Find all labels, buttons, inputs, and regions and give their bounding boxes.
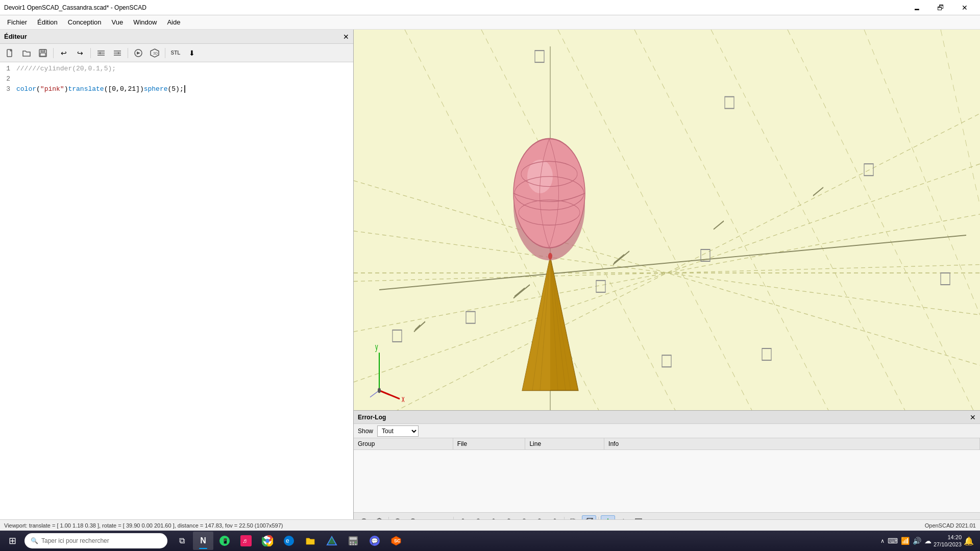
col-line: Line [525,438,604,450]
error-log-close-btn[interactable]: ✕ [970,413,976,421]
notion-app[interactable]: N [193,532,213,550]
export-stl-button[interactable]: STL [168,46,183,60]
search-icon: 🔍 [31,537,38,544]
svg-marker-53 [522,256,578,390]
svg-line-32 [415,325,420,330]
tray-keyboard[interactable]: ⌨ [888,537,898,545]
clock-time: 14:20 [934,534,962,541]
svg-line-58 [550,256,566,390]
new-file-button[interactable] [3,46,17,60]
show-label: Show [358,428,373,435]
clock-date: 27/10/2023 [934,541,962,548]
edge-app[interactable]: e [279,532,299,550]
svg-rect-46 [662,355,671,367]
svg-line-18 [354,181,980,365]
menu-fichier[interactable]: Fichier [2,16,32,28]
svg-line-29 [788,30,980,424]
svg-line-40 [379,235,966,290]
save-file-button[interactable] [36,46,50,60]
undo-button[interactable]: ↩ [57,46,71,60]
system-tray: ∧ ⌨ 📶 🔊 ☁ [880,537,932,545]
toolbar-sep-2 [90,48,91,58]
taskbar: ⊞ 🔍 Taper ici pour rechercher ⧉ N 📱 ♬ e [0,531,980,551]
svg-rect-51 [941,273,950,285]
openscad-app[interactable]: SC [386,532,406,550]
svg-line-30 [864,30,980,315]
toolbar-sep-4 [165,48,165,58]
svg-text:♬: ♬ [242,537,247,544]
whatsapp-app[interactable]: 📱 [214,532,235,550]
svg-line-23 [354,113,980,432]
minimize-button[interactable]: 🗕 [905,0,928,15]
code-line-2: 2 [0,74,353,85]
tray-network[interactable]: 📶 [901,537,910,545]
svg-rect-49 [725,97,734,109]
svg-rect-2 [41,49,45,52]
menu-vue[interactable]: Vue [107,16,129,28]
indent-more-button[interactable] [110,46,125,60]
menu-conception[interactable]: Conception [63,16,107,28]
editor-close-btn[interactable]: ✕ [343,33,349,41]
start-button[interactable]: ⊞ [2,532,22,550]
svg-line-33 [414,321,425,332]
statusbar-right-text: OpenSCAD 2021.01 [925,522,976,529]
svg-rect-125 [350,537,357,540]
drive-app[interactable] [322,532,342,550]
svg-line-19 [354,231,980,315]
svg-line-57 [550,256,558,390]
svg-point-67 [548,253,552,260]
chrome-app[interactable] [257,532,278,550]
toolbar-sep-3 [128,48,128,58]
svg-point-130 [353,544,354,545]
svg-line-20 [354,265,980,282]
export-button[interactable]: ⬇ [185,46,199,60]
svg-point-128 [355,542,357,543]
svg-text:SC: SC [394,538,401,543]
tray-volume[interactable]: 🔊 [913,537,921,545]
statusbar: Viewport: translate = [ 1.00 1.18 0.38 ]… [0,519,980,531]
search-placeholder: Taper ici pour rechercher [41,537,109,544]
render-preview-button[interactable] [131,46,145,60]
error-log-title: Error-Log [358,414,386,421]
code-editor[interactable]: 1 //////cylinder(20,0.1,5); 2 3 color("p… [0,62,353,531]
svg-marker-7 [99,52,101,54]
titlebar: Devoir1 OpenSCAD_Cassandra.scad* - OpenS… [0,0,980,15]
svg-rect-44 [596,281,605,292]
line-code-1: //////cylinder(20,0.1,5); [14,65,353,72]
clock[interactable]: 14:20 27/10/2023 [934,534,962,548]
menu-edition[interactable]: Édition [32,16,63,28]
svg-line-21 [354,214,980,332]
filter-dropdown[interactable]: Tout Errors Warnings [377,425,419,437]
svg-line-36 [614,255,624,263]
editor-panel: Éditeur ✕ ↩ ↪ [0,30,354,531]
calculator-app[interactable] [343,532,363,550]
tray-expand[interactable]: ∧ [880,538,885,544]
files-app[interactable] [300,532,321,550]
discord-app[interactable]: 💬 [364,532,385,550]
music-app[interactable]: ♬ [236,532,256,550]
svg-rect-42 [393,330,402,342]
tray-cloud[interactable]: ☁ [924,537,932,545]
svg-point-65 [519,200,580,225]
menu-window[interactable]: Window [128,16,162,28]
svg-line-37 [613,251,629,264]
open-file-button[interactable] [19,46,34,60]
search-bar[interactable]: 🔍 Taper ici pour rechercher [24,533,167,548]
maximize-button[interactable]: 🗗 [929,0,952,15]
taskview-btn[interactable]: ⧉ [172,532,192,550]
line-number-2: 2 [0,75,14,83]
render-3d-button[interactable]: 3D [148,46,162,60]
svg-point-63 [513,139,585,248]
svg-point-64 [514,177,584,210]
svg-text:y: y [375,341,378,352]
menu-aide[interactable]: Aide [162,16,185,28]
code-line-3: 3 color("pink")translate([0,0,21])sphere… [0,85,353,95]
close-button[interactable]: ✕ [953,0,976,15]
svg-line-56 [532,256,550,390]
indent-less-button[interactable] [94,46,108,60]
notification-btn[interactable]: 🔔 [964,536,974,546]
redo-button[interactable]: ↪ [73,46,87,60]
svg-point-126 [350,542,352,543]
svg-marker-54 [522,256,550,390]
window-controls: 🗕 🗗 ✕ [905,0,976,15]
